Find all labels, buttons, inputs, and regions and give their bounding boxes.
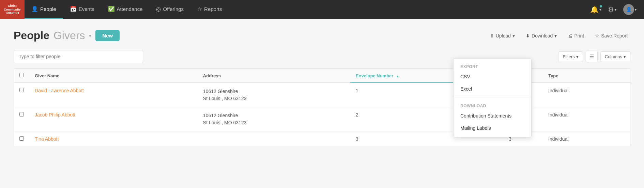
- nav-item-attendance[interactable]: ✅ Attendance: [101, 0, 150, 19]
- avatar: 👤: [623, 4, 634, 15]
- attendance-icon: ✅: [108, 6, 115, 12]
- address-text: 10612 GlenshireSt Louis , MO 63123: [203, 88, 345, 102]
- people-table: Giver Name Address Envelope Number ▲ N T…: [14, 69, 630, 147]
- select-all-checkbox[interactable]: [19, 73, 24, 77]
- person-link[interactable]: David Lawrence Abbott: [35, 88, 84, 93]
- columns-label: Columns: [605, 54, 622, 59]
- settings-button[interactable]: ⚙ ▾: [606, 4, 618, 15]
- dropdown-download-section: Download Contribution Statements Mailing…: [454, 98, 531, 137]
- list-view-icon: ☰: [589, 53, 594, 59]
- person-link[interactable]: Tina Abbott: [35, 136, 59, 142]
- row-checkbox-cell[interactable]: [14, 83, 29, 107]
- columns-caret: ▾: [624, 54, 626, 59]
- th-select-all[interactable]: [14, 69, 29, 83]
- dropdown-export-section: Export CSV Excel: [454, 59, 531, 98]
- row-address-cell: 10612 GlenshireSt Louis , MO 63123: [198, 83, 350, 107]
- table-header-row: Giver Name Address Envelope Number ▲ N T…: [14, 69, 630, 83]
- dropdown-csv[interactable]: CSV: [454, 70, 531, 83]
- nav-right-area: 🔔 ▾ ⚙ ▾ 👤 ▾: [588, 3, 644, 16]
- bell-caret: ▾: [599, 8, 601, 12]
- row-checkbox-cell[interactable]: [14, 107, 29, 131]
- table-row: Jacob Philip Abbott 10612 GlenshireSt Lo…: [14, 107, 630, 131]
- page-title-area: People Givers ▾ New: [14, 29, 120, 42]
- th-address[interactable]: Address: [198, 69, 350, 83]
- row-type-cell: Individual: [543, 83, 630, 107]
- profile-caret: ▾: [635, 8, 637, 12]
- filters-button[interactable]: Filters ▾: [558, 51, 583, 62]
- upload-label: Upload: [496, 33, 511, 38]
- row-checkbox[interactable]: [19, 88, 24, 92]
- row-checkbox[interactable]: [19, 112, 24, 116]
- row-address-cell: 10612 GlenshireSt Louis , MO 63123: [198, 107, 350, 131]
- gear-icon: ⚙: [608, 5, 614, 14]
- page-subtitle: Givers: [53, 29, 85, 42]
- page-title: People: [14, 29, 49, 42]
- people-icon: 👤: [31, 6, 38, 12]
- people-table-container: Giver Name Address Envelope Number ▲ N T…: [14, 68, 630, 147]
- list-view-button[interactable]: ☰: [586, 51, 598, 62]
- nav-item-events[interactable]: 📅 Events: [63, 0, 101, 19]
- person-link[interactable]: Jacob Philip Abbott: [35, 112, 75, 118]
- dropdown-contribution-statements[interactable]: Contribution Statements: [454, 110, 531, 122]
- row-checkbox[interactable]: [19, 136, 24, 141]
- row-address-cell: [198, 131, 350, 147]
- star-icon: ☆: [595, 33, 599, 38]
- user-profile-button[interactable]: 👤 ▾: [621, 3, 639, 16]
- dropdown-download-label: Download: [454, 101, 531, 110]
- filter-input[interactable]: [14, 50, 143, 63]
- nav-item-offerings-label: Offerings: [163, 6, 184, 12]
- toolbar-right: Filters ▾ ☰ Columns ▾: [558, 51, 630, 62]
- download-label: Download: [532, 33, 553, 38]
- nav-item-people-label: People: [40, 6, 56, 12]
- events-icon: 📅: [70, 6, 77, 12]
- page-content: People Givers ▾ New ⬆ Upload ▾ ⬇ Downloa…: [0, 19, 644, 188]
- row-name-cell: Jacob Philip Abbott: [29, 107, 198, 131]
- dropdown-excel[interactable]: Excel: [454, 83, 531, 95]
- upload-button[interactable]: ⬆ Upload ▾: [487, 32, 518, 40]
- offerings-icon: ◎: [156, 6, 161, 12]
- toolbar-row: Filters ▾ ☰ Columns ▾: [14, 50, 630, 63]
- settings-caret: ▾: [615, 8, 616, 12]
- dropdown-export-label: Export: [454, 62, 531, 70]
- nav-item-reports[interactable]: ☆ Reports: [190, 0, 229, 19]
- nav-item-events-label: Events: [79, 6, 94, 12]
- th-type[interactable]: Type: [543, 69, 630, 83]
- row-name-cell: Tina Abbott: [29, 131, 198, 147]
- download-caret: ▾: [554, 33, 557, 38]
- th-giver-name[interactable]: Giver Name: [29, 69, 198, 83]
- filters-label: Filters: [563, 54, 574, 59]
- print-label: Print: [574, 33, 584, 38]
- nav-items: 👤 People 📅 Events ✅ Attendance ◎ Offerin…: [25, 0, 588, 19]
- download-icon: ⬇: [526, 33, 530, 38]
- row-name-cell: David Lawrence Abbott: [29, 83, 198, 107]
- upload-icon: ⬆: [490, 33, 494, 38]
- notifications-button[interactable]: 🔔 ▾: [588, 4, 603, 15]
- logo[interactable]: Christ Community CHURCH: [0, 0, 25, 19]
- row-type-cell: Individual: [543, 131, 630, 147]
- row-checkbox-cell[interactable]: [14, 131, 29, 147]
- nav-item-offerings[interactable]: ◎ Offerings: [149, 0, 190, 19]
- filters-caret: ▾: [576, 54, 579, 59]
- sort-arrow-icon: ▲: [396, 74, 399, 78]
- bell-icon: 🔔: [590, 5, 599, 14]
- nav-item-reports-label: Reports: [204, 6, 222, 12]
- top-navigation: Christ Community CHURCH 👤 People 📅 Event…: [0, 0, 644, 19]
- reports-icon: ☆: [197, 6, 202, 12]
- address-text: 10612 GlenshireSt Louis , MO 63123: [203, 112, 345, 126]
- print-icon: 🖨: [568, 33, 572, 38]
- print-button[interactable]: 🖨 Print: [565, 32, 587, 40]
- header-actions: ⬆ Upload ▾ ⬇ Download ▾ 🖨 Print ☆ Save R…: [487, 32, 630, 40]
- table-row: Tina Abbott 3 3 Individual: [14, 131, 630, 147]
- row-type-cell: Individual: [543, 107, 630, 131]
- download-dropdown: Export CSV Excel Download Contribution S…: [453, 59, 532, 137]
- download-button[interactable]: ⬇ Download ▾: [523, 32, 559, 40]
- columns-button[interactable]: Columns ▾: [600, 51, 630, 62]
- nav-item-attendance-label: Attendance: [117, 6, 143, 12]
- table-row: David Lawrence Abbott 10612 GlenshireSt …: [14, 83, 630, 107]
- page-header: People Givers ▾ New ⬆ Upload ▾ ⬇ Downloa…: [14, 29, 630, 42]
- nav-item-people[interactable]: 👤 People: [25, 0, 63, 19]
- dropdown-mailing-labels[interactable]: Mailing Labels: [454, 122, 531, 134]
- new-button[interactable]: New: [95, 30, 120, 41]
- subtitle-dropdown-caret[interactable]: ▾: [89, 33, 91, 38]
- save-report-button[interactable]: ☆ Save Report: [592, 32, 630, 40]
